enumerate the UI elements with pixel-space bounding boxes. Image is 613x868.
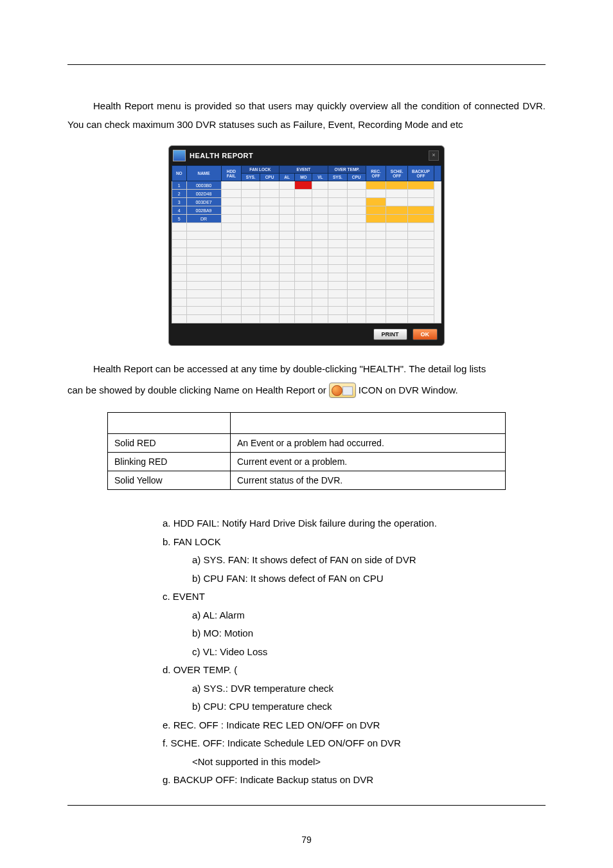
print-button[interactable]: PRINT <box>373 329 407 340</box>
close-icon[interactable]: × <box>429 150 439 161</box>
legend-header-blank2 <box>231 413 506 434</box>
table-cell <box>347 198 366 206</box>
scrollbar[interactable] <box>434 166 441 181</box>
item-d: d. OVER TEMP. ( <box>163 661 546 680</box>
table-cell: 4 <box>172 206 187 215</box>
table-cell <box>386 248 408 257</box>
table-cell <box>221 257 242 265</box>
intro-paragraph: Health Report menu is provided so that u… <box>67 97 546 134</box>
scrollbar-track[interactable] <box>434 181 441 323</box>
table-cell <box>172 265 187 273</box>
table-cell <box>186 257 221 265</box>
table-cell <box>242 240 260 248</box>
table-cell <box>408 240 434 248</box>
table-cell <box>186 273 221 282</box>
legend-r1-desc: An Event or a problem had occurred. <box>231 434 506 453</box>
table-cell <box>312 282 328 290</box>
table-cell <box>366 315 386 323</box>
item-c-1: a) AL: Alarm <box>192 606 546 625</box>
item-d-1: a) SYS.: DVR temperature check <box>192 680 546 698</box>
table-cell <box>328 231 347 240</box>
table-cell <box>347 282 366 290</box>
table-row: 2002D48 <box>172 190 441 198</box>
table-cell <box>312 298 328 307</box>
table-cell: 5 <box>172 215 187 223</box>
table-cell <box>279 231 295 240</box>
table-cell <box>328 290 347 298</box>
hdr-hdd: HDD FAIL <box>221 166 242 181</box>
table-cell <box>242 273 260 282</box>
table-cell <box>366 298 386 307</box>
table-cell <box>312 273 328 282</box>
table-cell <box>366 215 386 223</box>
window-title: HEALTH REPORT <box>190 152 253 159</box>
table-cell <box>260 307 279 315</box>
table-cell: 002D48 <box>186 190 221 198</box>
table-cell <box>347 215 366 223</box>
bottom-rule <box>67 805 546 806</box>
table-cell <box>312 190 328 198</box>
table-cell <box>366 307 386 315</box>
table-cell <box>260 282 279 290</box>
table-cell: DR <box>186 215 221 223</box>
page-number: 79 <box>0 835 613 845</box>
table-cell <box>221 307 242 315</box>
table-cell <box>408 265 434 273</box>
table-cell <box>260 223 279 231</box>
table-cell <box>328 240 347 248</box>
hdr-event: EVENT <box>279 166 328 174</box>
table-cell <box>328 206 347 215</box>
item-e: e. REC. OFF : Indicate REC LED ON/OFF on… <box>163 716 546 735</box>
table-cell <box>328 265 347 273</box>
table-row <box>172 307 441 315</box>
item-d-2: b) CPU: CPU temperature check <box>192 698 546 716</box>
table-cell <box>312 240 328 248</box>
table-cell <box>328 273 347 282</box>
table-row <box>172 315 441 323</box>
table-cell <box>347 248 366 257</box>
ok-button[interactable]: OK <box>413 329 438 340</box>
health-report-window: HEALTH REPORT × NO NAME HDD <box>168 145 445 346</box>
table-cell <box>295 273 312 282</box>
access-paragraph-2b: ICON on DVR Window. <box>359 381 458 400</box>
table-cell <box>328 223 347 231</box>
table-row: 10003B0 <box>172 181 441 190</box>
table-cell <box>312 265 328 273</box>
table-cell <box>279 282 295 290</box>
table-cell <box>347 240 366 248</box>
table-cell <box>221 290 242 298</box>
table-cell <box>386 190 408 198</box>
table-cell <box>366 282 386 290</box>
item-b: b. FAN LOCK <box>163 533 546 552</box>
legend-header-blank1 <box>108 413 231 434</box>
health-report-table: NO NAME HDD FAIL FAN LOCK EVENT OVER TEM… <box>172 165 441 323</box>
table-cell <box>366 190 386 198</box>
table-cell <box>221 282 242 290</box>
table-cell <box>242 215 260 223</box>
hdr-overtemp: OVER TEMP. <box>328 166 366 174</box>
table-cell <box>279 190 295 198</box>
table-cell <box>386 273 408 282</box>
table-cell <box>328 181 347 190</box>
table-cell <box>295 206 312 215</box>
table-cell <box>386 315 408 323</box>
status-legend-table: Solid RED An Event or a problem had occu… <box>107 412 506 490</box>
table-cell <box>260 231 279 240</box>
table-cell <box>328 307 347 315</box>
hdr-ev-vl: VL <box>312 174 328 181</box>
table-cell <box>408 273 434 282</box>
top-rule <box>67 64 546 65</box>
table-cell <box>347 223 366 231</box>
table-cell <box>279 248 295 257</box>
table-cell <box>242 257 260 265</box>
table-cell <box>221 223 242 231</box>
table-cell <box>295 215 312 223</box>
table-cell <box>386 240 408 248</box>
table-cell <box>260 257 279 265</box>
table-cell <box>242 265 260 273</box>
table-cell <box>295 240 312 248</box>
table-cell <box>312 215 328 223</box>
table-cell <box>279 181 295 190</box>
table-cell <box>328 198 347 206</box>
table-cell <box>260 215 279 223</box>
